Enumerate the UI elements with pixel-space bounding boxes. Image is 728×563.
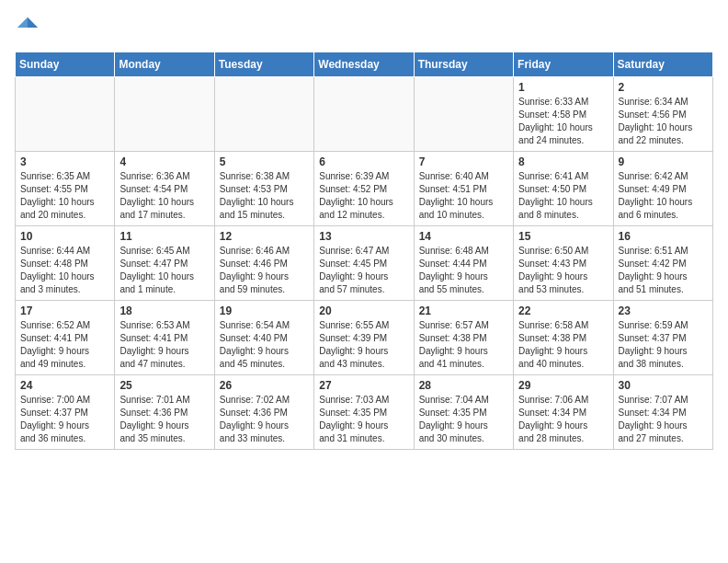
calendar-cell: 1Sunrise: 6:33 AM Sunset: 4:58 PM Daylig…: [514, 77, 613, 152]
calendar-cell: 9Sunrise: 6:42 AM Sunset: 4:49 PM Daylig…: [613, 152, 712, 226]
day-info: Sunrise: 6:59 AM Sunset: 4:37 PM Dayligh…: [619, 319, 708, 371]
day-number: 17: [20, 304, 109, 317]
calendar-cell: 17Sunrise: 6:52 AM Sunset: 4:41 PM Dayli…: [16, 301, 115, 375]
day-info: Sunrise: 6:39 AM Sunset: 4:52 PM Dayligh…: [319, 170, 408, 222]
day-number: 18: [119, 304, 209, 317]
day-info: Sunrise: 6:45 AM Sunset: 4:47 PM Dayligh…: [119, 245, 209, 296]
day-info: Sunrise: 6:47 AM Sunset: 4:45 PM Dayligh…: [319, 245, 408, 296]
day-number: 8: [518, 155, 608, 168]
header: [15, 15, 713, 40]
header-row: SundayMondayTuesdayWednesdayThursdayFrid…: [16, 52, 713, 77]
day-number: 4: [119, 155, 209, 168]
day-header-monday: Monday: [115, 52, 214, 77]
day-header-sunday: Sunday: [16, 52, 115, 77]
logo-icon: [15, 15, 40, 40]
day-header-tuesday: Tuesday: [214, 52, 313, 77]
calendar-cell: 4Sunrise: 6:36 AM Sunset: 4:54 PM Daylig…: [115, 152, 214, 226]
calendar-cell: 27Sunrise: 7:03 AM Sunset: 4:35 PM Dayli…: [314, 375, 414, 450]
day-number: 29: [518, 379, 608, 392]
day-info: Sunrise: 6:54 AM Sunset: 4:40 PM Dayligh…: [220, 319, 309, 371]
day-header-wednesday: Wednesday: [314, 52, 414, 77]
calendar-cell: 28Sunrise: 7:04 AM Sunset: 4:35 PM Dayli…: [414, 375, 513, 450]
day-info: Sunrise: 6:40 AM Sunset: 4:51 PM Dayligh…: [419, 170, 508, 222]
calendar-table: SundayMondayTuesdayWednesdayThursdayFrid…: [15, 52, 713, 450]
day-number: 22: [518, 304, 608, 317]
day-info: Sunrise: 6:50 AM Sunset: 4:43 PM Dayligh…: [518, 245, 608, 296]
day-info: Sunrise: 6:58 AM Sunset: 4:38 PM Dayligh…: [518, 319, 608, 371]
day-number: 3: [20, 155, 109, 168]
calendar-cell: [115, 77, 214, 152]
day-number: 14: [419, 230, 508, 243]
calendar-cell: 24Sunrise: 7:00 AM Sunset: 4:37 PM Dayli…: [16, 375, 115, 450]
calendar-cell: 2Sunrise: 6:34 AM Sunset: 4:56 PM Daylig…: [613, 77, 712, 152]
calendar-week-1: 1Sunrise: 6:33 AM Sunset: 4:58 PM Daylig…: [16, 77, 713, 152]
calendar-cell: 16Sunrise: 6:51 AM Sunset: 4:42 PM Dayli…: [613, 226, 712, 301]
day-info: Sunrise: 7:01 AM Sunset: 4:36 PM Dayligh…: [119, 394, 209, 445]
calendar-cell: 26Sunrise: 7:02 AM Sunset: 4:36 PM Dayli…: [214, 375, 313, 450]
day-info: Sunrise: 6:41 AM Sunset: 4:50 PM Dayligh…: [518, 170, 608, 222]
logo: [15, 15, 44, 40]
day-number: 9: [619, 155, 708, 168]
calendar-cell: 30Sunrise: 7:07 AM Sunset: 4:34 PM Dayli…: [613, 375, 712, 450]
day-number: 24: [20, 379, 109, 392]
calendar-cell: 14Sunrise: 6:48 AM Sunset: 4:44 PM Dayli…: [414, 226, 513, 301]
calendar-cell: 6Sunrise: 6:39 AM Sunset: 4:52 PM Daylig…: [314, 152, 414, 226]
day-number: 21: [419, 304, 508, 317]
svg-marker-0: [28, 17, 38, 28]
day-number: 6: [319, 155, 408, 168]
day-number: 16: [619, 230, 708, 243]
day-info: Sunrise: 6:52 AM Sunset: 4:41 PM Dayligh…: [20, 319, 109, 371]
calendar-cell: [16, 77, 115, 152]
calendar-cell: 21Sunrise: 6:57 AM Sunset: 4:38 PM Dayli…: [414, 301, 513, 375]
calendar-cell: 22Sunrise: 6:58 AM Sunset: 4:38 PM Dayli…: [514, 301, 613, 375]
calendar-cell: 29Sunrise: 7:06 AM Sunset: 4:34 PM Dayli…: [514, 375, 613, 450]
svg-marker-1: [17, 17, 28, 28]
day-info: Sunrise: 6:36 AM Sunset: 4:54 PM Dayligh…: [119, 170, 209, 222]
day-header-friday: Friday: [514, 52, 613, 77]
day-number: 15: [518, 230, 608, 243]
day-number: 28: [419, 379, 508, 392]
calendar-cell: 15Sunrise: 6:50 AM Sunset: 4:43 PM Dayli…: [514, 226, 613, 301]
day-info: Sunrise: 7:03 AM Sunset: 4:35 PM Dayligh…: [319, 394, 408, 445]
calendar-week-5: 24Sunrise: 7:00 AM Sunset: 4:37 PM Dayli…: [16, 375, 713, 450]
day-info: Sunrise: 6:48 AM Sunset: 4:44 PM Dayligh…: [419, 245, 508, 296]
day-number: 2: [619, 81, 708, 94]
calendar-week-3: 10Sunrise: 6:44 AM Sunset: 4:48 PM Dayli…: [16, 226, 713, 301]
calendar-cell: 12Sunrise: 6:46 AM Sunset: 4:46 PM Dayli…: [214, 226, 313, 301]
day-number: 27: [319, 379, 408, 392]
calendar-week-2: 3Sunrise: 6:35 AM Sunset: 4:55 PM Daylig…: [16, 152, 713, 226]
day-info: Sunrise: 7:02 AM Sunset: 4:36 PM Dayligh…: [220, 394, 309, 445]
calendar-cell: 19Sunrise: 6:54 AM Sunset: 4:40 PM Dayli…: [214, 301, 313, 375]
day-info: Sunrise: 6:35 AM Sunset: 4:55 PM Dayligh…: [20, 170, 109, 222]
day-number: 19: [220, 304, 309, 317]
calendar-cell: [314, 77, 414, 152]
day-info: Sunrise: 6:57 AM Sunset: 4:38 PM Dayligh…: [419, 319, 508, 371]
day-number: 20: [319, 304, 408, 317]
calendar-cell: 23Sunrise: 6:59 AM Sunset: 4:37 PM Dayli…: [613, 301, 712, 375]
calendar-cell: 8Sunrise: 6:41 AM Sunset: 4:50 PM Daylig…: [514, 152, 613, 226]
calendar-cell: 5Sunrise: 6:38 AM Sunset: 4:53 PM Daylig…: [214, 152, 313, 226]
calendar-cell: [214, 77, 313, 152]
day-info: Sunrise: 7:00 AM Sunset: 4:37 PM Dayligh…: [20, 394, 109, 445]
day-number: 1: [518, 81, 608, 94]
day-number: 11: [119, 230, 209, 243]
day-header-saturday: Saturday: [613, 52, 712, 77]
day-info: Sunrise: 6:38 AM Sunset: 4:53 PM Dayligh…: [220, 170, 309, 222]
day-number: 23: [619, 304, 708, 317]
calendar-cell: 25Sunrise: 7:01 AM Sunset: 4:36 PM Dayli…: [115, 375, 214, 450]
day-info: Sunrise: 6:33 AM Sunset: 4:58 PM Dayligh…: [518, 96, 608, 147]
day-number: 30: [619, 379, 708, 392]
day-info: Sunrise: 6:44 AM Sunset: 4:48 PM Dayligh…: [20, 245, 109, 296]
calendar-cell: 18Sunrise: 6:53 AM Sunset: 4:41 PM Dayli…: [115, 301, 214, 375]
day-info: Sunrise: 7:06 AM Sunset: 4:34 PM Dayligh…: [518, 394, 608, 445]
day-number: 25: [119, 379, 209, 392]
day-number: 12: [220, 230, 309, 243]
day-number: 5: [220, 155, 309, 168]
day-info: Sunrise: 6:55 AM Sunset: 4:39 PM Dayligh…: [319, 319, 408, 371]
day-info: Sunrise: 6:46 AM Sunset: 4:46 PM Dayligh…: [220, 245, 309, 296]
day-header-thursday: Thursday: [414, 52, 513, 77]
day-info: Sunrise: 6:51 AM Sunset: 4:42 PM Dayligh…: [619, 245, 708, 296]
calendar-cell: 20Sunrise: 6:55 AM Sunset: 4:39 PM Dayli…: [314, 301, 414, 375]
day-number: 10: [20, 230, 109, 243]
day-info: Sunrise: 7:07 AM Sunset: 4:34 PM Dayligh…: [619, 394, 708, 445]
